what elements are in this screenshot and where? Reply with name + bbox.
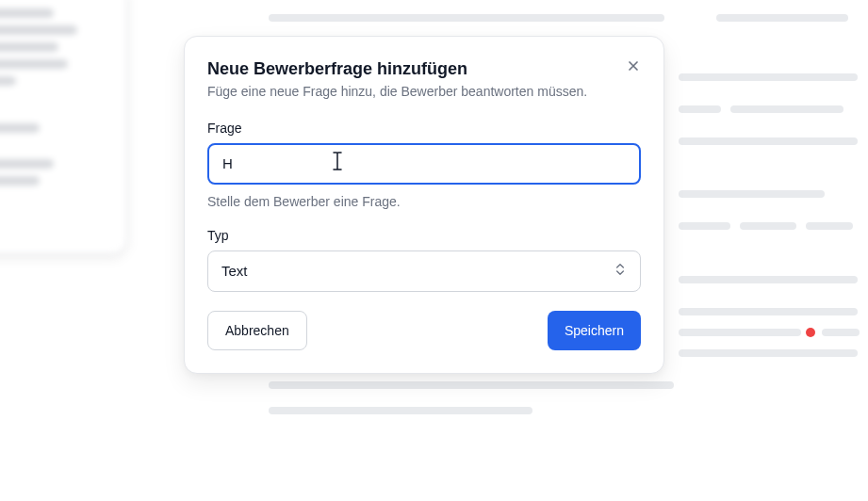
- background-card: [0, 0, 127, 254]
- type-label: Typ: [207, 228, 641, 243]
- type-field-group: Typ Text: [207, 228, 641, 292]
- close-icon: [626, 58, 641, 76]
- skeleton-line: [679, 73, 858, 81]
- modal-footer: Abbrechen Speichern: [207, 311, 641, 350]
- modal-subtitle: Füge eine neue Frage hinzu, die Bewerber…: [207, 83, 641, 102]
- skeleton-line: [679, 276, 858, 283]
- skeleton-line: [716, 14, 848, 22]
- status-indicator-dot: [806, 328, 815, 337]
- skeleton-line: [269, 381, 674, 389]
- save-button[interactable]: Speichern: [548, 311, 641, 350]
- skeleton-line: [269, 14, 664, 22]
- type-select[interactable]: Text: [207, 250, 641, 292]
- question-label: Frage: [207, 121, 641, 136]
- question-input[interactable]: [207, 143, 641, 185]
- add-question-modal: Neue Bewerberfrage hinzufügen Füge eine …: [184, 36, 664, 374]
- close-button[interactable]: [622, 56, 645, 78]
- skeleton-line: [679, 105, 721, 113]
- question-field-group: Frage Stelle dem Bewerber eine Frage.: [207, 121, 641, 209]
- skeleton-line: [679, 329, 801, 336]
- skeleton-line: [806, 222, 853, 230]
- skeleton-line: [730, 105, 843, 113]
- skeleton-line: [679, 137, 858, 145]
- skeleton-line: [679, 308, 858, 315]
- skeleton-line: [679, 222, 730, 230]
- skeleton-line: [269, 407, 532, 414]
- skeleton-line: [679, 190, 825, 198]
- modal-header: Neue Bewerberfrage hinzufügen Füge eine …: [207, 59, 641, 102]
- cancel-button[interactable]: Abbrechen: [207, 311, 307, 350]
- modal-title: Neue Bewerberfrage hinzufügen: [207, 59, 641, 79]
- question-help-text: Stelle dem Bewerber eine Frage.: [207, 194, 641, 209]
- skeleton-line: [740, 222, 796, 230]
- skeleton-line: [679, 349, 858, 357]
- skeleton-line: [822, 329, 860, 336]
